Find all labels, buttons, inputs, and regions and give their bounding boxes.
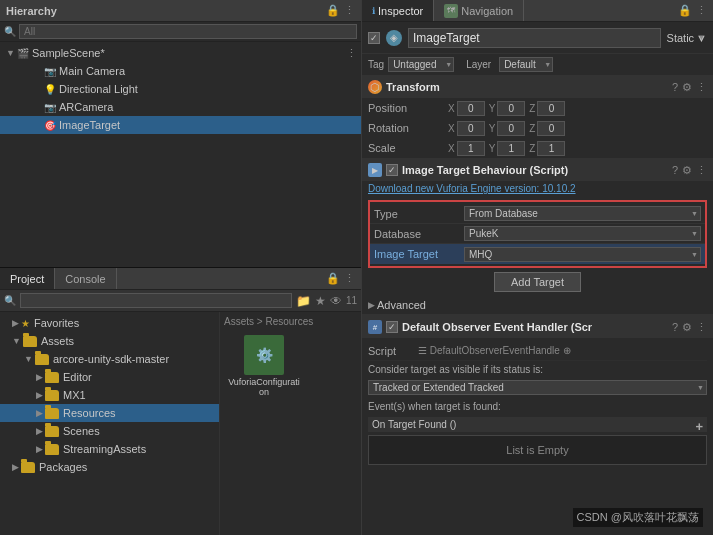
tag-layer-row: Tag Untagged Layer Default <box>362 54 713 76</box>
scene-dots[interactable]: ⋮ <box>346 47 357 60</box>
tag-dropdown-wrapper[interactable]: Untagged <box>388 57 454 72</box>
project-search-icon: 🔍 <box>4 295 16 306</box>
position-row: Position X Y Z <box>362 98 713 118</box>
transform-gear-icon[interactable]: ⚙ <box>682 81 692 94</box>
position-x-label: X <box>448 103 455 114</box>
observer-gear-icon[interactable]: ⚙ <box>682 321 692 334</box>
project-eye-icon[interactable]: 👁 <box>330 294 342 308</box>
project-item-packages[interactable]: ▶ Packages <box>0 458 219 476</box>
itb-dots-icon[interactable]: ⋮ <box>696 164 707 177</box>
tab-project[interactable]: Project <box>0 268 55 289</box>
resources-label: Resources <box>63 407 116 419</box>
camera-icon: 📷 <box>44 66 56 77</box>
hierarchy-lock-icon[interactable]: 🔒 <box>326 4 340 17</box>
project-item-streaming[interactable]: ▶ StreamingAssets <box>0 440 219 458</box>
static-dropdown-wrapper[interactable]: ▼ <box>696 32 707 44</box>
tab-navigation[interactable]: 🗺 Navigation <box>434 0 524 21</box>
layer-dropdown-wrapper[interactable]: Default <box>499 57 553 72</box>
hierarchy-item-arcamera[interactable]: 📷 ARCamera <box>0 98 361 116</box>
itb-imagetarget-dropdown[interactable]: MHQ <box>464 247 701 262</box>
scale-x-input[interactable] <box>457 141 485 156</box>
project-item-resources[interactable]: ▶ Resources <box>0 404 219 422</box>
scale-z-input[interactable] <box>537 141 565 156</box>
rotation-y-input[interactable] <box>497 121 525 136</box>
object-name-input[interactable] <box>408 28 661 48</box>
resources-arrow-icon: ▶ <box>36 408 43 418</box>
observer-header[interactable]: # ✓ Default Observer Event Handler (Scr … <box>362 316 713 338</box>
layer-dropdown[interactable]: Default <box>499 57 553 72</box>
itb-database-dropdown-wrapper[interactable]: PukeK <box>464 226 701 241</box>
rotation-xyz: X Y Z <box>448 121 707 136</box>
scale-xyz: X Y Z <box>448 141 707 156</box>
observer-checkbox[interactable]: ✓ <box>386 321 398 333</box>
directional-light-label: Directional Light <box>59 83 138 95</box>
inspector-tab-label: Inspector <box>378 5 423 17</box>
project-item-scenes[interactable]: ▶ Scenes <box>0 422 219 440</box>
transform-icons: ? ⚙ ⋮ <box>672 81 707 94</box>
project-item-favorites[interactable]: ▶ ★ Favorites <box>0 314 219 332</box>
rotation-z-input[interactable] <box>537 121 565 136</box>
itb-type-dropdown-wrapper[interactable]: From Database <box>464 206 701 221</box>
object-active-checkbox[interactable]: ✓ <box>368 32 380 44</box>
project-item-arcore[interactable]: ▼ arcore-unity-sdk-master <box>0 350 219 368</box>
vuforia-download-link[interactable]: Download new Vuforia Engine version: 10.… <box>362 181 713 198</box>
inspector-dots-icon[interactable]: ⋮ <box>696 4 707 17</box>
project-tree: ▶ ★ Favorites ▼ Assets ▼ arcore-unit <box>0 312 220 535</box>
tracking-dropdown-wrapper[interactable]: Tracked or Extended Tracked <box>368 380 707 395</box>
rotation-x-item: X <box>448 121 485 136</box>
project-item-assets[interactable]: ▼ Assets <box>0 332 219 350</box>
arcore-folder-icon <box>35 354 49 365</box>
hierarchy-item-main-camera[interactable]: 📷 Main Camera <box>0 62 361 80</box>
rotation-x-input[interactable] <box>457 121 485 136</box>
itb-database-dropdown[interactable]: PukeK <box>464 226 701 241</box>
consider-text: Consider target as visible if its status… <box>368 364 543 375</box>
itb-help-icon[interactable]: ? <box>672 164 678 177</box>
hierarchy-search-input[interactable] <box>19 24 357 39</box>
on-target-row: On Target Found () + <box>368 417 707 432</box>
position-z-input[interactable] <box>537 101 565 116</box>
project-search-input[interactable] <box>20 293 292 308</box>
scale-row: Scale X Y Z <box>362 138 713 158</box>
hierarchy-header-icons: 🔒 ⋮ <box>326 4 355 17</box>
itb-header[interactable]: ▶ ✓ Image Target Behaviour (Script) ? ⚙ … <box>362 159 713 181</box>
itb-gear-icon[interactable]: ⚙ <box>682 164 692 177</box>
advanced-row[interactable]: ▶ Advanced <box>362 296 713 315</box>
project-folder-icon[interactable]: 📁 <box>296 294 311 308</box>
position-y-item: Y <box>489 101 526 116</box>
transform-dots-icon[interactable]: ⋮ <box>696 81 707 94</box>
project-item-editor[interactable]: ▶ Editor <box>0 368 219 386</box>
inspector-lock-icon[interactable]: 🔒 <box>678 4 692 17</box>
position-z-label: Z <box>529 103 535 114</box>
hierarchy-search-icon: 🔍 <box>4 26 16 37</box>
scale-y-input[interactable] <box>497 141 525 156</box>
project-dots-icon[interactable]: ⋮ <box>344 272 355 285</box>
position-y-input[interactable] <box>497 101 525 116</box>
transform-header[interactable]: ⬡ Transform ? ⚙ ⋮ <box>362 76 713 98</box>
project-item-mx1[interactable]: ▶ MX1 <box>0 386 219 404</box>
tab-inspector[interactable]: ℹ Inspector <box>362 0 434 21</box>
add-target-button[interactable]: Add Target <box>494 272 581 292</box>
tab-console[interactable]: Console <box>55 268 116 289</box>
itb-icons: ? ⚙ ⋮ <box>672 164 707 177</box>
itb-type-dropdown[interactable]: From Database <box>464 206 701 221</box>
asset-vuforia-config[interactable]: ⚙️ VuforiaConfiguration <box>224 331 304 401</box>
hierarchy-item-imagetarget[interactable]: 🎯 ImageTarget <box>0 116 361 134</box>
observer-help-icon[interactable]: ? <box>672 321 678 334</box>
itb-imagetarget-dropdown-wrapper[interactable]: MHQ <box>464 247 701 262</box>
imagetarget-icon: 🎯 <box>44 120 56 131</box>
project-lock-icon[interactable]: 🔒 <box>326 272 340 285</box>
project-star-icon[interactable]: ★ <box>315 294 326 308</box>
tag-dropdown[interactable]: Untagged <box>388 57 454 72</box>
advanced-arrow-icon: ▶ <box>368 300 375 310</box>
hierarchy-dots-icon[interactable]: ⋮ <box>344 4 355 17</box>
observer-dots-icon[interactable]: ⋮ <box>696 321 707 334</box>
hierarchy-item-directional-light[interactable]: 💡 Directional Light <box>0 80 361 98</box>
hierarchy-content: ▼ 🎬 SampleScene* ⋮ 📷 Main Camera 💡 Direc… <box>0 42 361 267</box>
on-target-plus-button[interactable]: + <box>695 419 703 434</box>
itb-checkbox[interactable]: ✓ <box>386 164 398 176</box>
observer-content: Script ☰ DefaultObserverEventHandle ⊕ Co… <box>362 338 713 468</box>
position-x-input[interactable] <box>457 101 485 116</box>
transform-help-icon[interactable]: ? <box>672 81 678 94</box>
tracking-dropdown[interactable]: Tracked or Extended Tracked <box>368 380 707 395</box>
hierarchy-scene[interactable]: ▼ 🎬 SampleScene* ⋮ <box>0 44 361 62</box>
